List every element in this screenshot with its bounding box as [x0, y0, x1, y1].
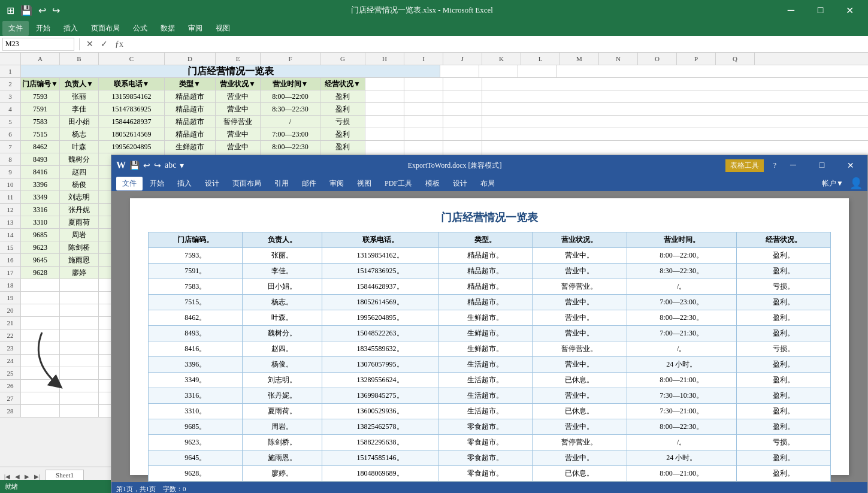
- cell-r6-c1[interactable]: 杨志: [60, 128, 99, 140]
- cell-r4-c2[interactable]: 15147836925: [99, 103, 165, 115]
- cell-j1[interactable]: [518, 65, 557, 77]
- col-header-f[interactable]: F: [261, 53, 320, 65]
- header-type[interactable]: 类型▼: [165, 78, 216, 90]
- tab-file[interactable]: 文件: [2, 21, 29, 36]
- close-button[interactable]: ✕: [836, 0, 863, 20]
- cell-r4-c1[interactable]: 李佳: [60, 103, 99, 115]
- cell-r4-c6[interactable]: 盈利: [320, 103, 365, 115]
- tab-data[interactable]: 数据: [155, 21, 181, 36]
- cell-r6-c6[interactable]: 盈利: [320, 128, 365, 140]
- empty-cell-r19-c0[interactable]: [21, 292, 60, 304]
- cell-r3-c3[interactable]: 精品超市: [165, 90, 216, 102]
- sheet-tab-sheet1[interactable]: Sheet1: [46, 470, 84, 480]
- prev-sheet-icon[interactable]: ◀: [13, 473, 22, 480]
- empty-cell-r19-c1[interactable]: [60, 292, 99, 304]
- cell-h1[interactable]: [440, 65, 479, 77]
- empty-cell-r24-c0[interactable]: [21, 355, 60, 367]
- tab-view[interactable]: 视图: [210, 21, 236, 36]
- redo-icon[interactable]: ↪: [50, 5, 62, 16]
- col-header-l[interactable]: L: [521, 53, 560, 65]
- cell-r5-c3[interactable]: 精品超市: [165, 116, 216, 128]
- undo-icon[interactable]: ↩: [37, 5, 48, 16]
- cell-r3-c4[interactable]: 营业中: [216, 90, 261, 102]
- word-menu-home[interactable]: 开始: [144, 177, 170, 190]
- word-menu-pdf[interactable]: PDF工具: [379, 177, 418, 190]
- cell-r4-c4[interactable]: 营业中: [216, 103, 261, 115]
- cell-r4-c0[interactable]: 7591: [21, 103, 60, 115]
- cell-r14-c0[interactable]: 9685: [21, 229, 60, 241]
- spreadsheet-title-cell[interactable]: 门店经营情况一览表: [21, 65, 440, 77]
- word-undo-icon[interactable]: ↩: [143, 161, 150, 171]
- word-menu-references[interactable]: 引用: [268, 177, 295, 190]
- cell-r5-c4[interactable]: 暂停营业: [216, 116, 261, 128]
- cell-r6-c5[interactable]: 7:00—23:00: [261, 128, 320, 140]
- word-minimize-button[interactable]: ─: [781, 155, 805, 176]
- cell-r5-c5[interactable]: /: [261, 116, 320, 128]
- cell-r3-c1[interactable]: 张丽: [60, 90, 99, 102]
- cell-r7-c6[interactable]: 盈利: [320, 141, 365, 153]
- word-restore-button[interactable]: □: [810, 155, 834, 176]
- cell-r14-c1[interactable]: 周岩: [60, 229, 99, 241]
- empty-cell-r21-c1[interactable]: [60, 317, 99, 329]
- word-menu-design2[interactable]: 设计: [447, 177, 473, 190]
- tab-page-layout[interactable]: 页面布局: [85, 21, 126, 36]
- empty-cell-r27-c1[interactable]: [60, 392, 99, 404]
- restore-button[interactable]: □: [807, 0, 834, 20]
- header-phone[interactable]: 联系电话▼: [99, 78, 165, 90]
- cell-r3-c0[interactable]: 7593: [21, 90, 60, 102]
- header-store-code[interactable]: 门店编号▼: [21, 78, 60, 90]
- empty-cell-r25-c1[interactable]: [60, 367, 99, 379]
- cell-r5-c2[interactable]: 15844628937: [99, 116, 165, 128]
- word-menu-view[interactable]: 视图: [351, 177, 377, 190]
- cell-name-box[interactable]: M23: [2, 38, 74, 51]
- empty-cell-r18-c1[interactable]: [60, 279, 99, 291]
- cell-r7-c4[interactable]: 营业中: [216, 141, 261, 153]
- cell-r3-c6[interactable]: 盈利: [320, 90, 365, 102]
- formula-input[interactable]: [128, 38, 866, 51]
- cell-r15-c0[interactable]: 9623: [21, 241, 60, 253]
- word-menu-review[interactable]: 审阅: [323, 177, 350, 190]
- header-manager[interactable]: 负责人▼: [60, 78, 99, 90]
- cell-r8-c0[interactable]: 8493: [21, 153, 60, 165]
- cell-r12-c0[interactable]: 3316: [21, 204, 60, 216]
- empty-cell-r28-c0[interactable]: [21, 405, 60, 417]
- cell-i1[interactable]: [479, 65, 518, 77]
- empty-cell-r20-c0[interactable]: [21, 304, 60, 316]
- cell-r17-c0[interactable]: 9628: [21, 267, 60, 279]
- cell-r9-c1[interactable]: 赵四: [60, 166, 99, 178]
- empty-cell-r28-c1[interactable]: [60, 405, 99, 417]
- cell-r5-c1[interactable]: 田小娟: [60, 116, 99, 128]
- header-hours[interactable]: 营业时间▼: [261, 78, 320, 90]
- cell-r11-c0[interactable]: 3349: [21, 191, 60, 203]
- col-header-i[interactable]: I: [404, 53, 443, 65]
- empty-cell-r23-c1[interactable]: [60, 342, 99, 354]
- cell-r17-c1[interactable]: 廖婷: [60, 267, 99, 279]
- empty-cell-r26-c1[interactable]: [60, 380, 99, 392]
- col-header-m[interactable]: M: [560, 53, 599, 65]
- tab-review[interactable]: 审阅: [182, 21, 208, 36]
- cell-r4-c5[interactable]: 8:30—22:30: [261, 103, 320, 115]
- save-icon[interactable]: 💾: [19, 5, 34, 16]
- empty-cell-r25-c0[interactable]: [21, 367, 60, 379]
- empty-cell-r26-c0[interactable]: [21, 380, 60, 392]
- col-header-c[interactable]: C: [99, 53, 165, 65]
- insert-function-icon[interactable]: ƒx: [113, 40, 125, 49]
- col-header-j[interactable]: J: [443, 53, 482, 65]
- empty-cell-r24-c1[interactable]: [60, 355, 99, 367]
- word-menu-page-layout[interactable]: 页面布局: [226, 177, 267, 190]
- word-menu-layout[interactable]: 布局: [474, 177, 501, 190]
- cell-r6-c0[interactable]: 7515: [21, 128, 60, 140]
- word-menu-file[interactable]: 文件: [116, 177, 143, 190]
- first-sheet-icon[interactable]: |◀: [2, 473, 12, 480]
- cell-r4-c3[interactable]: 精品超市: [165, 103, 216, 115]
- empty-cell-r18-c0[interactable]: [21, 279, 60, 291]
- last-sheet-icon[interactable]: ▶|: [32, 473, 42, 480]
- empty-cell-r23-c0[interactable]: [21, 342, 60, 354]
- word-save-icon[interactable]: 💾: [129, 161, 140, 171]
- col-header-a[interactable]: A: [21, 53, 60, 65]
- col-header-g[interactable]: G: [320, 53, 365, 65]
- word-menu-insert[interactable]: 插入: [171, 177, 198, 190]
- cell-r6-c4[interactable]: 营业中: [216, 128, 261, 140]
- header-status[interactable]: 营业状况▼: [216, 78, 261, 90]
- cell-r13-c0[interactable]: 3310: [21, 216, 60, 228]
